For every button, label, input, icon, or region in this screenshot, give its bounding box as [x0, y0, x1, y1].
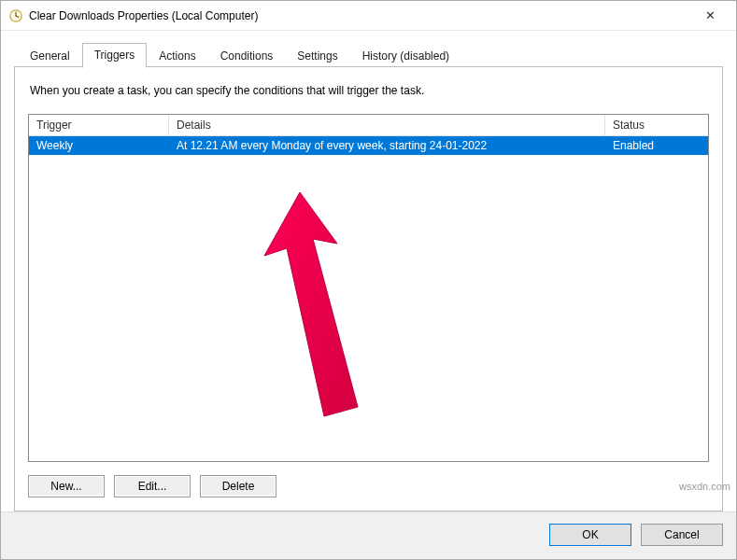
titlebar: Clear Downloads Properties (Local Comput… [1, 1, 736, 31]
tabstrip: General Triggers Actions Conditions Sett… [14, 42, 723, 67]
ok-button[interactable]: OK [549, 524, 631, 546]
tab-history[interactable]: History (disabled) [350, 44, 461, 68]
cell-status: Enabled [605, 136, 708, 155]
tab-panel-triggers: When you create a task, you can specify … [14, 66, 723, 511]
close-icon: ✕ [705, 8, 716, 22]
tab-actions[interactable]: Actions [147, 44, 207, 68]
new-button[interactable]: New... [28, 475, 105, 497]
properties-dialog: Clear Downloads Properties (Local Comput… [0, 0, 737, 560]
tab-settings[interactable]: Settings [285, 44, 349, 68]
tab-conditions[interactable]: Conditions [208, 44, 286, 68]
table-row[interactable]: Weekly At 12.21 AM every Monday of every… [29, 136, 708, 155]
col-header-details[interactable]: Details [169, 115, 605, 135]
cell-trigger: Weekly [29, 136, 169, 155]
tab-triggers[interactable]: Triggers [82, 43, 148, 68]
dialog-footer: OK Cancel [1, 511, 736, 559]
col-header-trigger[interactable]: Trigger [29, 115, 169, 135]
client-area: General Triggers Actions Conditions Sett… [1, 31, 736, 511]
cancel-button[interactable]: Cancel [641, 524, 723, 546]
trigger-action-buttons: New... Edit... Delete [28, 475, 709, 497]
window-title: Clear Downloads Properties (Local Comput… [29, 9, 691, 22]
table-header: Trigger Details Status [29, 115, 708, 136]
triggers-table: Trigger Details Status Weekly At 12.21 A… [28, 114, 709, 462]
task-scheduler-icon [8, 8, 23, 23]
table-body: Weekly At 12.21 AM every Monday of every… [29, 136, 708, 461]
delete-button[interactable]: Delete [200, 475, 276, 497]
col-header-status[interactable]: Status [605, 115, 708, 135]
intro-text: When you create a task, you can specify … [30, 84, 707, 97]
edit-button[interactable]: Edit... [114, 475, 191, 497]
close-button[interactable]: ✕ [691, 2, 729, 30]
cell-details: At 12.21 AM every Monday of every week, … [169, 136, 605, 155]
tab-general[interactable]: General [18, 44, 82, 68]
